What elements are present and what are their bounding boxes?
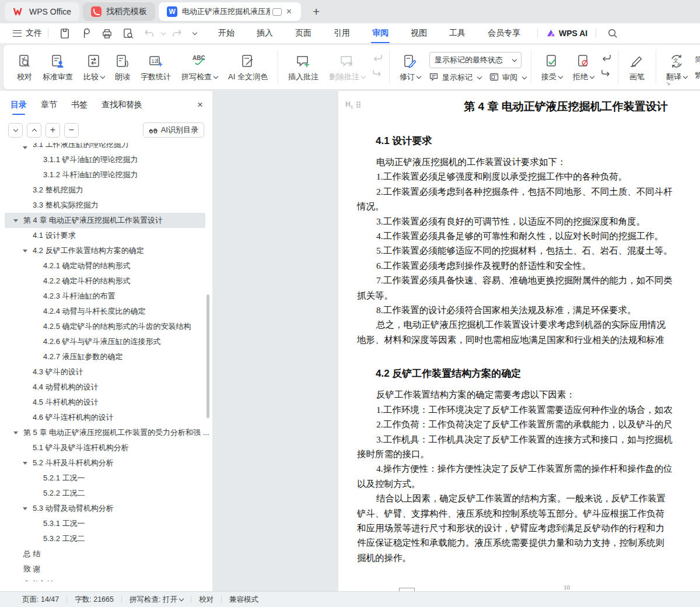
- toc-item[interactable]: 4.4 动臂机构的设计: [5, 380, 205, 395]
- sidebar-tab-toc[interactable]: 目录: [10, 100, 27, 115]
- search-icon[interactable]: [606, 26, 620, 40]
- toc-item[interactable]: 3.3 整机实际挖掘力: [5, 198, 205, 213]
- spell-check-button[interactable]: ABC 拼写检查: [176, 52, 223, 82]
- toc-item[interactable]: 第 5 章 电动正铲液压挖掘机工作装置的受力分析和强 ...: [5, 425, 205, 440]
- previous-comment-icon[interactable]: [372, 54, 383, 65]
- compare-button[interactable]: 比较: [78, 52, 110, 82]
- menu-tab-view[interactable]: 视图: [408, 23, 429, 43]
- toc-item[interactable]: 4.2.1 确定动臂的结构形式: [5, 258, 205, 273]
- file-menu[interactable]: 文件: [26, 28, 42, 38]
- sidebar-tab-bookmarks[interactable]: 书签: [71, 100, 88, 115]
- toc-item[interactable]: 4.2.6 铲斗与铲斗液压缸的连接形式: [5, 334, 205, 349]
- word-count-button[interactable]: 12 字数统计: [135, 52, 176, 82]
- zoom-out-button[interactable]: −: [64, 123, 79, 138]
- toc-item[interactable]: 参考文献: [5, 577, 205, 581]
- expand-all-button[interactable]: [27, 123, 41, 138]
- undo-icon[interactable]: [142, 26, 156, 40]
- document-page[interactable]: H1 第 4 章 电动正铲液压挖掘机工作装置设计 4.1 设计要求电动正铲液压挖…: [338, 91, 700, 591]
- tab-wps-office[interactable]: WPS Office: [5, 2, 79, 21]
- toc-item[interactable]: 3.1 工作液压缸的理论挖掘力: [5, 143, 205, 152]
- toc-item[interactable]: 4.2.3 斗杆油缸的布置: [5, 289, 205, 304]
- menu-tab-page[interactable]: 页面: [293, 23, 314, 43]
- menu-tab-review[interactable]: 审阅: [370, 23, 391, 43]
- toc-item[interactable]: 5.2.2 工况二: [5, 486, 205, 501]
- toc-item[interactable]: 3.2 整机挖掘力: [5, 183, 205, 198]
- menu-tab-insert[interactable]: 插入: [254, 23, 275, 43]
- ai-polish-button[interactable]: AI 全文润色: [223, 52, 273, 82]
- new-tab-button[interactable]: +: [309, 5, 323, 19]
- translate-button[interactable]: 文A 翻译: [661, 52, 692, 82]
- proofread-status[interactable]: 校对: [199, 595, 214, 605]
- menu-tab-tools[interactable]: 工具: [447, 23, 468, 43]
- toc-item[interactable]: 5.3.1 工况一: [5, 516, 205, 531]
- spell-check-toggle[interactable]: 拼写检查: 打开: [130, 595, 183, 605]
- previous-change-icon[interactable]: [600, 54, 612, 65]
- collapse-arrow-icon[interactable]: [23, 146, 27, 149]
- next-change-icon[interactable]: [600, 69, 612, 80]
- toc-item[interactable]: 5.2.1 工况一: [5, 471, 205, 486]
- toc-item[interactable]: 4.2.4 动臂与斗杆长度比的确定: [5, 304, 205, 319]
- toc-item[interactable]: 4.1 设计要求: [5, 228, 205, 243]
- track-changes-button[interactable]: 修订: [394, 52, 426, 82]
- simplified-to-traditional-button[interactable]: 简→ 转繁: [695, 54, 700, 65]
- print-icon[interactable]: [100, 26, 114, 40]
- proofread-button[interactable]: 校对: [12, 52, 37, 82]
- toc-item[interactable]: 5.2 斗杆及斗杆机构分析: [5, 455, 205, 471]
- tab-document[interactable]: W 电动正铲液压挖掘机液压系统 ×: [159, 2, 301, 21]
- next-comment-icon[interactable]: [372, 69, 383, 80]
- collapse-arrow-icon[interactable]: [13, 219, 18, 222]
- standard-review-button[interactable]: 标准审查: [37, 52, 78, 82]
- quickbar-more-chevron-icon[interactable]: [192, 30, 197, 35]
- dialog-launcher-icon[interactable]: ↘: [666, 80, 670, 86]
- redo-icon[interactable]: [170, 26, 184, 40]
- toc-item[interactable]: 5.3.2 工况二: [5, 531, 205, 546]
- accept-change-button[interactable]: 接受: [536, 52, 568, 82]
- collapse-arrow-icon[interactable]: [23, 462, 27, 465]
- ai-recognize-toc-button[interactable]: AI识别目录: [143, 122, 204, 138]
- toc-item[interactable]: 致 谢: [5, 562, 205, 577]
- toc-item[interactable]: 5.1 铲斗及铲斗连杆机构分析: [5, 440, 205, 455]
- collapse-arrow-icon[interactable]: [23, 507, 27, 510]
- toc-item[interactable]: 3.1.2 斗杆油缸的理论挖掘力: [5, 167, 205, 183]
- toc-item[interactable]: 4.6 铲斗连杆机构的设计: [5, 410, 205, 425]
- toc-item[interactable]: 4.2.7 液压缸参数的确定: [5, 349, 205, 364]
- close-tab-icon[interactable]: ×: [285, 7, 293, 16]
- toc-item[interactable]: 4.3 铲斗的设计: [5, 364, 205, 380]
- collapse-arrow-icon[interactable]: [13, 431, 18, 434]
- heading-level-marker[interactable]: H1: [345, 100, 361, 110]
- collapse-arrow-icon[interactable]: [23, 250, 27, 252]
- zoom-in-button[interactable]: +: [46, 123, 60, 138]
- menu-tab-member[interactable]: 会员专享: [485, 23, 523, 43]
- drag-handle-icon[interactable]: [356, 101, 361, 108]
- float-window-icon[interactable]: [272, 8, 282, 16]
- pen-button[interactable]: 画笔: [623, 52, 651, 82]
- reject-change-button[interactable]: 拒绝: [568, 52, 599, 82]
- toc-item[interactable]: 4.2.2 确定斗杆的结构形式: [5, 273, 205, 289]
- toc-item[interactable]: 第 4 章 电动正铲液压挖掘机工作装置设计: [5, 213, 205, 228]
- review-pane-button[interactable]: 审阅: [489, 72, 526, 83]
- toc-item[interactable]: 3.1.1 铲斗油缸的理论挖掘力: [5, 152, 205, 167]
- sidebar-tab-find-replace[interactable]: 查找和替换: [102, 100, 142, 115]
- hamburger-icon[interactable]: [13, 30, 22, 37]
- delete-comment-button[interactable]: 删除批注: [324, 52, 370, 82]
- traditional-to-simplified-button[interactable]: 繁→ 转简: [695, 70, 700, 80]
- collapse-all-button[interactable]: [8, 123, 23, 138]
- markup-state-select[interactable]: 显示标记的最终状态: [429, 52, 522, 68]
- print-preview-icon[interactable]: [121, 26, 135, 40]
- tab-docer-templates[interactable]: 找稻壳模板: [83, 2, 155, 21]
- toc-item[interactable]: 4.2 反铲工作装置结构方案的确定: [5, 243, 205, 258]
- toc-item[interactable]: 4.5 斗杆机构的设计: [5, 395, 205, 410]
- insert-comment-button[interactable]: 插入批注: [283, 52, 324, 82]
- toc-item[interactable]: 总 结: [5, 546, 205, 562]
- read-aloud-button[interactable]: 朗读: [110, 52, 135, 82]
- compatibility-mode-badge[interactable]: 兼容模式: [229, 595, 258, 605]
- show-markup-button[interactable]: 显示标记: [429, 72, 481, 83]
- toc-item[interactable]: 5.3 动臂及动臂机构分析: [5, 501, 205, 516]
- page-indicator[interactable]: 页面: 14/47: [22, 595, 59, 605]
- menu-tab-home[interactable]: 开始: [216, 23, 237, 43]
- word-count-indicator[interactable]: 字数: 21665: [75, 595, 114, 605]
- save-icon[interactable]: [58, 26, 72, 40]
- menu-tab-reference[interactable]: 引用: [331, 23, 352, 43]
- sidebar-scrollbar[interactable]: [206, 294, 209, 418]
- sidebar-close-icon[interactable]: ×: [197, 99, 203, 115]
